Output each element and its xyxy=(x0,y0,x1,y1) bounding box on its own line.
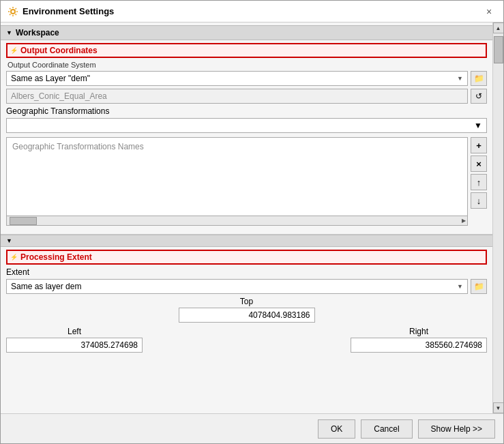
left-input[interactable] xyxy=(6,338,143,353)
remove-transform-button[interactable]: × xyxy=(471,156,487,172)
scroll-thumb xyxy=(494,36,503,63)
show-help-button[interactable]: Show Help >> xyxy=(418,419,495,439)
processing-extent-header: ⚡ Processing Extent xyxy=(6,250,487,265)
ok-button[interactable]: OK xyxy=(318,419,355,439)
scroll-track[interactable] xyxy=(493,33,503,402)
move-down-button[interactable]: ↓ xyxy=(471,192,487,209)
scroll-right-arrow[interactable]: ▶ xyxy=(462,218,466,224)
svg-point-0 xyxy=(11,10,15,14)
albers-icon-button[interactable]: ↺ xyxy=(471,89,487,104)
extent-label: Extent xyxy=(6,267,487,277)
right-coordinate-container: Right xyxy=(351,327,487,353)
output-coordinates-label: Output Coordinates xyxy=(20,46,98,55)
times-icon: × xyxy=(476,159,481,169)
output-coordinate-system-label: Output Coordinate System xyxy=(6,61,487,69)
scroll-up-arrow[interactable]: ▲ xyxy=(493,23,504,33)
reset-icon: ↺ xyxy=(475,91,482,101)
plus-icon: + xyxy=(476,140,481,151)
top-input[interactable] xyxy=(179,308,315,323)
output-coordinates-header: ⚡ Output Coordinates xyxy=(6,43,487,58)
main-scroll-area[interactable]: ▼ Workspace ⚡ Output Coordinates Output … xyxy=(1,23,492,413)
transform-side-buttons: + × ↑ ↓ xyxy=(471,137,487,226)
transform-scroll-thumb xyxy=(10,217,37,225)
close-button[interactable]: × xyxy=(481,4,496,19)
left-label: Left xyxy=(68,327,81,336)
processing-extent-collapse-icon: ▼ xyxy=(6,237,12,244)
geo-transform-label: Geographic Transformations xyxy=(6,106,487,116)
right-input[interactable] xyxy=(351,338,487,353)
transform-names-label: Geographic Transformations Names xyxy=(12,142,144,151)
add-transform-button[interactable]: + xyxy=(471,137,487,153)
window-title: Environment Settings xyxy=(23,6,114,16)
coordinate-system-folder-button[interactable]: 📁 xyxy=(471,71,487,86)
albers-row: ↺ xyxy=(6,89,487,104)
coordinate-system-dropdown[interactable]: Same as Layer "dem" ▼ xyxy=(6,71,468,86)
geo-transform-arrow: ▼ xyxy=(474,121,482,130)
right-label: Right xyxy=(409,327,428,336)
processing-extent-content: ⚡ Processing Extent Extent Same as layer… xyxy=(1,247,492,357)
top-coordinate-container: Top xyxy=(6,297,487,323)
extent-value: Same as layer dem xyxy=(11,282,454,291)
footer: OK Cancel Show Help >> xyxy=(1,413,503,443)
output-coordinates-subsection: ⚡ Output Coordinates Output Coordinate S… xyxy=(6,43,487,226)
lr-coords-row: Left Right xyxy=(6,327,487,353)
extent-row: Same as layer dem ▼ 📁 xyxy=(6,279,487,294)
extent-folder-button[interactable]: 📁 xyxy=(471,279,487,294)
geo-transform-dropdown[interactable]: ▼ xyxy=(6,118,487,133)
top-label: Top xyxy=(240,297,253,306)
extent-dropdown[interactable]: Same as layer dem ▼ xyxy=(6,279,468,294)
albers-input[interactable] xyxy=(6,89,468,104)
environment-settings-window: Environment Settings × ▼ Workspace ⚡ Out… xyxy=(0,0,504,444)
title-bar-left: Environment Settings xyxy=(8,6,114,17)
processing-extent-icon: ⚡ xyxy=(10,254,18,261)
scroll-down-arrow[interactable]: ▼ xyxy=(493,402,504,413)
workspace-section-header: ▼ Workspace xyxy=(1,25,492,40)
gear-icon xyxy=(8,6,18,17)
move-up-button[interactable]: ↑ xyxy=(471,174,487,190)
cancel-button[interactable]: Cancel xyxy=(361,419,412,439)
coordinate-system-dropdown-arrow: ▼ xyxy=(457,75,463,82)
coordinate-system-row: Same as Layer "dem" ▼ 📁 xyxy=(6,71,487,86)
folder-icon: 📁 xyxy=(474,74,484,83)
workspace-label: Workspace xyxy=(16,28,59,38)
content-area: ▼ Workspace ⚡ Output Coordinates Output … xyxy=(1,23,503,413)
processing-extent-label: Processing Extent xyxy=(20,252,92,262)
transform-horizontal-scrollbar[interactable]: ▶ xyxy=(7,216,467,225)
output-coordinates-collapse-icon: ⚡ xyxy=(10,47,18,54)
arrow-down-icon: ↓ xyxy=(477,196,481,206)
workspace-content: ⚡ Output Coordinates Output Coordinate S… xyxy=(1,40,492,235)
workspace-collapse-icon: ▼ xyxy=(6,29,12,36)
extent-folder-icon: 📁 xyxy=(474,282,484,291)
transform-names-container: Geographic Transformations Names ▶ + xyxy=(6,137,487,226)
title-bar: Environment Settings × xyxy=(1,1,503,23)
coordinate-system-value: Same as Layer "dem" xyxy=(11,74,454,83)
geo-transform-section: Geographic Transformations ▼ Geographic … xyxy=(6,106,487,226)
vertical-scrollbar[interactable]: ▲ ▼ xyxy=(492,23,503,413)
processing-extent-section-header: ▼ xyxy=(1,235,492,247)
transform-names-box[interactable]: Geographic Transformations Names ▶ xyxy=(6,137,468,226)
arrow-up-icon: ↑ xyxy=(477,177,481,188)
left-coordinate-container: Left xyxy=(6,327,143,353)
extent-dropdown-arrow: ▼ xyxy=(457,283,463,290)
